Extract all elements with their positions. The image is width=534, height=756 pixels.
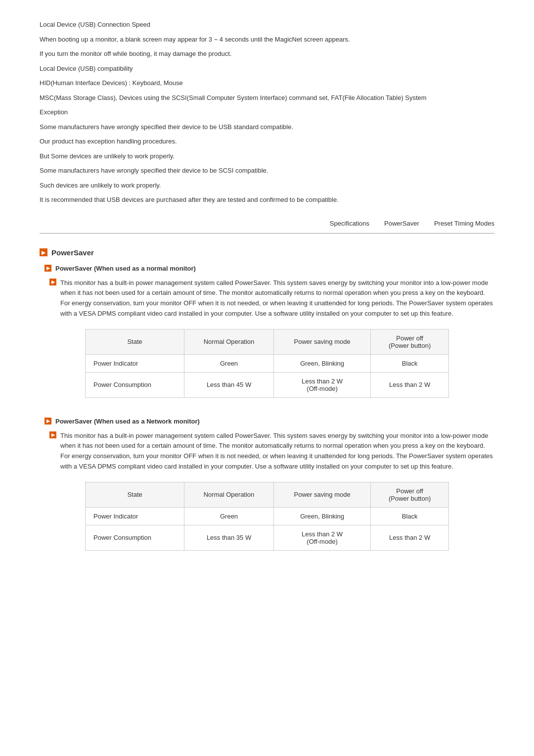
- col-normal-op: Normal Operation: [184, 482, 274, 507]
- normal-power-table: State Normal Operation Power saving mode…: [85, 329, 449, 398]
- power-consumption-label: Power Consumption: [86, 525, 184, 550]
- line6: MSC(Mass Storage Class), Devices using t…: [40, 93, 494, 103]
- col-state: State: [86, 482, 184, 507]
- line3: If you turn the monitor off while bootin…: [40, 49, 494, 59]
- line7: Exception: [40, 107, 494, 117]
- normal-subsection-header: ▶ PowerSaver (When used as a normal moni…: [44, 265, 494, 272]
- col-power-off: Power off(Power button): [371, 329, 449, 354]
- line13: It is recommended that USB devices are p…: [40, 195, 494, 205]
- line11: Some manufacturers have wrongly specifie…: [40, 166, 494, 176]
- line12: Such devices are unlikely to work proper…: [40, 181, 494, 190]
- normal-subsection-icon: ▶: [44, 265, 51, 272]
- tab-powersaver[interactable]: PowerSaver: [384, 220, 419, 229]
- col-power-off: Power off(Power button): [371, 482, 449, 507]
- network-monitor-section: ▶ PowerSaver (When used as a Network mon…: [40, 418, 494, 551]
- power-indicator-saving: Green, Blinking: [273, 507, 370, 525]
- normal-description: This monitor has a built-in power manage…: [60, 278, 494, 319]
- section-header: ▶ PowerSaver: [40, 248, 494, 257]
- line9: Our product has exception handling proce…: [40, 137, 494, 146]
- col-power-saving: Power saving mode: [273, 482, 370, 507]
- tab-preset-timing[interactable]: Preset Timing Modes: [434, 220, 494, 229]
- line1: Local Device (USB) Connection Speed: [40, 20, 494, 30]
- table-header-row: State Normal Operation Power saving mode…: [86, 329, 449, 354]
- col-state: State: [86, 329, 184, 354]
- col-power-saving: Power saving mode: [273, 329, 370, 354]
- network-subsection-icon: ▶: [44, 418, 51, 425]
- power-indicator-normal: Green: [184, 354, 274, 372]
- power-consumption-saving: Less than 2 W(Off-mode): [273, 525, 370, 550]
- power-consumption-off: Less than 2 W: [371, 372, 449, 397]
- power-indicator-saving: Green, Blinking: [273, 354, 370, 372]
- network-subsection-header: ▶ PowerSaver (When used as a Network mon…: [44, 418, 494, 425]
- power-indicator-label: Power Indicator: [86, 507, 184, 525]
- section-icon: ▶: [40, 248, 47, 256]
- network-subsection-title: PowerSaver (When used as a Network monit…: [55, 418, 200, 425]
- normal-bullet-icon: ▶: [49, 279, 56, 285]
- power-consumption-saving: Less than 2 W(Off-mode): [273, 372, 370, 397]
- power-consumption-label: Power Consumption: [86, 372, 184, 397]
- network-description: This monitor has a built-in power manage…: [60, 431, 494, 472]
- top-section: Local Device (USB) Connection Speed When…: [40, 20, 494, 205]
- network-description-item: ▶ This monitor has a built-in power mana…: [49, 431, 494, 472]
- power-indicator-normal: Green: [184, 507, 274, 525]
- line5: HID(Human Interface Devices) : Keyboard,…: [40, 78, 494, 88]
- table-row: Power Consumption Less than 45 W Less th…: [86, 372, 449, 397]
- tab-specifications[interactable]: Specifications: [330, 220, 369, 229]
- power-consumption-off: Less than 2 W: [371, 525, 449, 550]
- line4: Local Device (USB) compatibility: [40, 64, 494, 74]
- line2: When booting up a monitor, a blank scree…: [40, 35, 494, 45]
- page-container: Local Device (USB) Connection Speed When…: [0, 0, 534, 590]
- power-consumption-normal: Less than 45 W: [184, 372, 274, 397]
- line10: But Some devices are unlikely to work pr…: [40, 151, 494, 161]
- network-power-table: State Normal Operation Power saving mode…: [85, 482, 449, 551]
- power-indicator-off: Black: [371, 354, 449, 372]
- table-row: Power Indicator Green Green, Blinking Bl…: [86, 507, 449, 525]
- network-bullet-icon: ▶: [49, 431, 56, 438]
- power-consumption-normal: Less than 35 W: [184, 525, 274, 550]
- normal-description-item: ▶ This monitor has a built-in power mana…: [49, 278, 494, 319]
- table-row: Power Indicator Green Green, Blinking Bl…: [86, 354, 449, 372]
- power-indicator-label: Power Indicator: [86, 354, 184, 372]
- nav-tabs: Specifications PowerSaver Preset Timing …: [40, 220, 494, 234]
- col-normal-op: Normal Operation: [184, 329, 274, 354]
- normal-monitor-section: ▶ PowerSaver (When used as a normal moni…: [40, 265, 494, 398]
- normal-subsection-title: PowerSaver (When used as a normal monito…: [55, 265, 196, 272]
- table-header-row: State Normal Operation Power saving mode…: [86, 482, 449, 507]
- table-row: Power Consumption Less than 35 W Less th…: [86, 525, 449, 550]
- power-indicator-off: Black: [371, 507, 449, 525]
- line8: Some manufacturers have wrongly specifie…: [40, 122, 494, 132]
- section-title: PowerSaver: [51, 248, 94, 257]
